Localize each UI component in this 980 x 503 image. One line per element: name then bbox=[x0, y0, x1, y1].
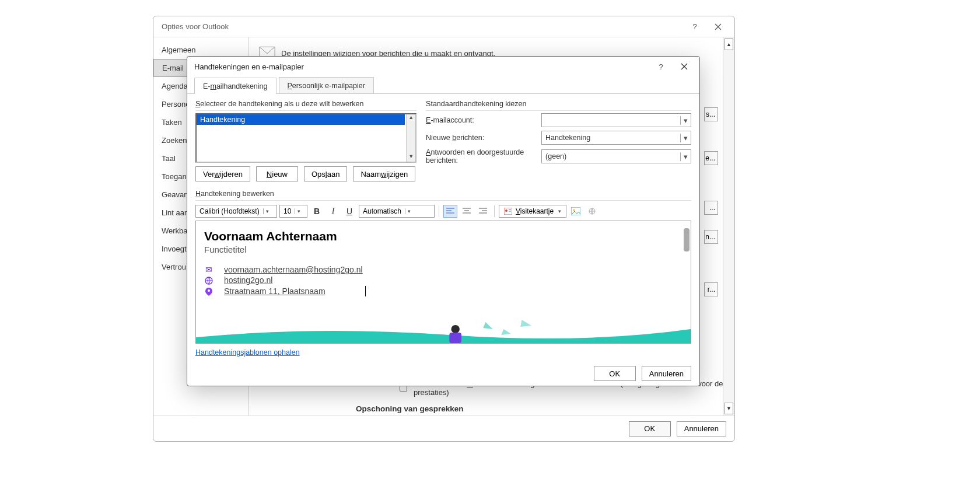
options-titlebar: Opties voor Outlook ? bbox=[153, 16, 734, 37]
select-signature-title: Selecteer de handtekening als u deze wil… bbox=[195, 100, 416, 111]
rename-signature-button[interactable]: Naam wijzigen bbox=[353, 166, 415, 181]
svg-point-19 bbox=[573, 209, 575, 211]
sig-email-link[interactable]: voornaam.achternaam@hosting2go.nl bbox=[224, 265, 363, 274]
options-help-button[interactable]: ? bbox=[683, 19, 706, 35]
content-ellipsis-button[interactable]: ... bbox=[704, 201, 718, 215]
signature-list-item[interactable]: Handtekening bbox=[197, 114, 405, 125]
email-account-combo[interactable]: ▾ bbox=[541, 113, 691, 127]
business-card-button[interactable]: Visitekaartje ▾ bbox=[499, 205, 566, 218]
sig-help-button[interactable]: ? bbox=[649, 58, 673, 75]
toolbar-separator bbox=[439, 205, 439, 217]
save-signature-button[interactable]: Opslaan bbox=[304, 166, 347, 181]
toolbar-separator bbox=[494, 205, 495, 217]
font-color-combo[interactable]: Automatisch▾ bbox=[359, 205, 435, 218]
select-signature-section: Selecteer de handtekening als u deze wil… bbox=[195, 100, 416, 181]
sig-tabs: E-mailhandtekening Persoonlijk e-mailpap… bbox=[187, 76, 699, 94]
align-left-button[interactable] bbox=[443, 205, 457, 218]
globe-icon bbox=[204, 275, 214, 285]
mail-icon: ✉ bbox=[204, 265, 214, 274]
new-messages-label: Nieuwe berichten: bbox=[426, 134, 541, 142]
sig-job-title: Functietitel bbox=[204, 244, 682, 254]
svg-rect-18 bbox=[571, 207, 580, 215]
scroll-up-arrow[interactable]: ▲ bbox=[724, 39, 733, 50]
signature-editor-toolbar: Calibri (Hoofdtekst)▾ 10▾ B I U Automati… bbox=[195, 203, 691, 219]
bold-button[interactable]: B bbox=[310, 205, 324, 218]
edit-signature-title: Handtekening bewerken bbox=[195, 190, 691, 201]
options-footer: OK Annuleren bbox=[153, 415, 734, 441]
business-card-icon bbox=[504, 208, 512, 215]
insert-picture-button[interactable] bbox=[569, 205, 583, 218]
signatures-dialog: Handtekeningen en e-mailpapier ? E-mailh… bbox=[187, 56, 700, 386]
signature-list-scrollbar[interactable]: ▲▼ bbox=[406, 114, 415, 162]
content-ellipsis-button[interactable]: n... bbox=[704, 230, 718, 244]
content-ellipsis-button[interactable]: s... bbox=[704, 107, 718, 121]
default-signature-title: Standaardhandtekening kiezen bbox=[426, 100, 691, 111]
replies-combo[interactable]: (geen) ▾ bbox=[541, 149, 691, 163]
options-cancel-button[interactable]: Annuleren bbox=[677, 421, 726, 436]
font-combo[interactable]: Calibri (Hoofdtekst)▾ bbox=[195, 205, 277, 218]
scroll-down-arrow[interactable]: ▼ bbox=[724, 403, 733, 414]
cleanup-heading: Opschoning van gesprekken bbox=[356, 404, 464, 413]
align-right-button[interactable] bbox=[476, 205, 490, 218]
options-close-button[interactable] bbox=[706, 19, 730, 35]
align-center-button[interactable] bbox=[460, 205, 474, 218]
tab-email-signature[interactable]: E-mailhandtekening bbox=[194, 78, 276, 94]
sig-cancel-button[interactable]: Annuleren bbox=[642, 366, 691, 381]
default-signature-section: Standaardhandtekening kiezen E-mailaccou… bbox=[426, 100, 691, 181]
sig-footer: OK Annuleren bbox=[187, 361, 699, 386]
options-scrollbar[interactable]: ▲ ▼ bbox=[723, 37, 734, 415]
location-pin-icon bbox=[204, 287, 214, 296]
content-ellipsis-button[interactable]: r... bbox=[704, 282, 718, 296]
new-messages-combo[interactable]: Handtekening ▾ bbox=[541, 131, 691, 145]
content-ellipsis-button[interactable]: e... bbox=[704, 151, 718, 165]
get-signature-templates-link[interactable]: Handtekeningsjablonen ophalen bbox=[195, 348, 691, 357]
svg-point-15 bbox=[505, 209, 508, 212]
sig-title: Handtekeningen en e-mailpapier bbox=[194, 62, 304, 71]
sig-name: Voornaam Achternaam bbox=[204, 229, 682, 243]
tab-personal-stationery[interactable]: Persoonlijk e-mailpapier bbox=[279, 77, 374, 93]
sig-close-button[interactable] bbox=[673, 58, 696, 75]
text-cursor bbox=[365, 286, 366, 296]
replies-label: Antwoorden en doorgestuurde berichten: bbox=[426, 148, 541, 165]
underline-button[interactable]: U bbox=[342, 205, 356, 218]
sig-address-link[interactable]: Straatnaam 11, Plaatsnaam bbox=[224, 287, 326, 296]
chevron-down-icon: ▾ bbox=[680, 116, 691, 125]
signature-list[interactable]: Handtekening ▲▼ bbox=[195, 113, 416, 163]
editor-scroll-thumb[interactable] bbox=[684, 228, 690, 252]
chevron-down-icon: ▾ bbox=[680, 134, 691, 142]
sig-website-link[interactable]: hosting2go.nl bbox=[224, 275, 272, 285]
chevron-down-icon: ▾ bbox=[680, 152, 691, 161]
signature-editor[interactable]: Voornaam Achternaam Functietitel ✉ voorn… bbox=[195, 221, 691, 344]
italic-button[interactable]: I bbox=[326, 205, 340, 218]
new-signature-button[interactable]: Nieuw bbox=[256, 166, 298, 181]
sig-titlebar: Handtekeningen en e-mailpapier ? bbox=[187, 57, 699, 76]
insert-hyperlink-button[interactable] bbox=[585, 205, 599, 218]
options-title: Opties voor Outlook bbox=[162, 22, 229, 31]
svg-point-24 bbox=[208, 289, 210, 292]
options-ok-button[interactable]: OK bbox=[629, 421, 671, 436]
sig-ok-button[interactable]: OK bbox=[594, 366, 636, 381]
font-size-combo[interactable]: 10▾ bbox=[279, 205, 307, 218]
email-account-label: E-mailaccount: bbox=[426, 116, 541, 124]
delete-signature-button[interactable]: Verwijderen bbox=[195, 166, 250, 181]
